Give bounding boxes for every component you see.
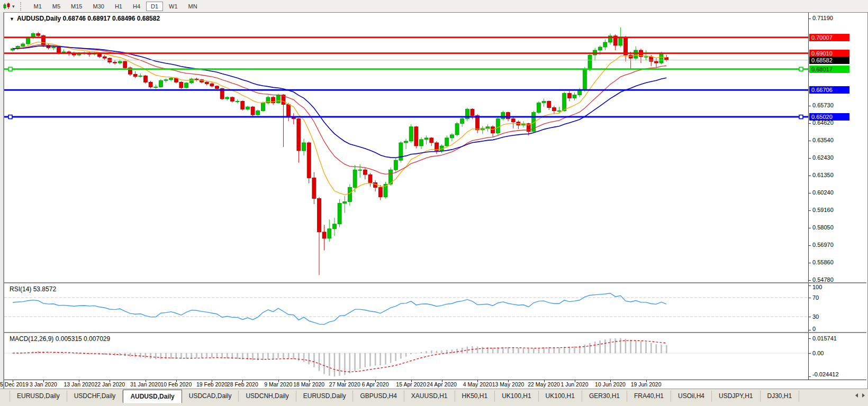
candlestick-chart-icon[interactable]	[2, 2, 12, 11]
axis-tick	[809, 176, 811, 176]
time-axis[interactable]: 25 Dec 2019 3 Jan 2020 13 Jan 2020 22 Ja…	[4, 380, 866, 389]
price-badge-0.66706: 0.66706	[809, 86, 849, 94]
macd-plot[interactable]	[4, 333, 808, 380]
tab-scroll-right-icon[interactable]	[862, 393, 865, 398]
symbol-tabs: EURUSD,DailyUSDCHF,DailyAUDUSD,DailyUSDC…	[10, 389, 799, 403]
axis-tick	[809, 210, 811, 211]
tab-scroll-buttons	[855, 393, 865, 398]
symbol-tabbar: EURUSD,DailyUSDCHF,DailyAUDUSD,DailyUSDC…	[0, 389, 868, 406]
timeframe-button-D1[interactable]: D1	[146, 2, 163, 11]
price-badge-0.68582: 0.68582	[809, 57, 849, 64]
timeframe-button-H4[interactable]: H4	[128, 2, 145, 11]
tab-scroll-left-icon[interactable]	[855, 393, 858, 398]
rsi-tick-label: 100	[812, 284, 822, 290]
line-handle[interactable]	[8, 67, 12, 71]
price-tick-label: 0.65730	[812, 102, 834, 108]
chart-tab-UK100,H1[interactable]: UK100,H1	[495, 391, 538, 402]
chart-tab-EURUSD,Daily[interactable]: EURUSD,Daily	[296, 391, 354, 402]
price-badge-0.68017: 0.68017	[809, 66, 849, 73]
chart-title-text: AUDUSD,Daily 0.68746 0.68917 0.68496 0.6…	[17, 15, 160, 22]
chart-tab-XAUUSD,H1[interactable]: XAUUSD,H1	[404, 391, 455, 402]
chart-tab-GBPUSD,H4[interactable]: GBPUSD,H4	[353, 391, 404, 402]
price-tick-label: 0.59160	[812, 207, 834, 213]
timeframe-button-MN[interactable]: MN	[184, 2, 202, 11]
timeframe-toolbar: ▾ M1M5M15M30H1H4D1W1MN	[0, 0, 868, 13]
price-tick-label: 0.71190	[812, 15, 833, 21]
chart-tab-UK100,H1[interactable]: UK100,H1	[539, 391, 582, 402]
macd-label: MACD(12,26,9) 0.005315 0.007029	[10, 335, 110, 343]
line-handle[interactable]	[799, 67, 803, 71]
chart-tab-USDCAD,Daily[interactable]: USDCAD,Daily	[182, 391, 239, 402]
axis-tick	[809, 245, 811, 246]
axis-tick	[809, 123, 811, 124]
price-tick-label: 0.58050	[812, 224, 834, 230]
mt4-window: ▾ M1M5M15M30H1H4D1W1MN ▼AUDUSD,Daily 0.6…	[0, 0, 868, 406]
timeframe-button-W1[interactable]: W1	[164, 2, 183, 11]
axis-tick	[809, 298, 811, 298]
chart-tab-USOil,H4[interactable]: USOil,H4	[671, 391, 712, 402]
price-badge-0.70007: 0.70007	[809, 34, 849, 41]
timeframe-button-M15[interactable]: M15	[66, 2, 87, 11]
axis-tick	[809, 158, 811, 159]
chart-tab-DJ30,H1[interactable]: DJ30,H1	[761, 391, 800, 402]
ma-slow-line[interactable]	[13, 46, 666, 158]
axis-tick	[809, 353, 811, 354]
ma-fast-line[interactable]	[13, 42, 666, 195]
ma-medium-line[interactable]	[13, 45, 666, 174]
rsi-tick-label: 30	[812, 313, 819, 320]
timeframe-button-H1[interactable]: H1	[110, 2, 127, 11]
timeframe-button-M1[interactable]: M1	[29, 2, 47, 11]
chart-title: ▼AUDUSD,Daily 0.68746 0.68917 0.68496 0.…	[10, 15, 160, 22]
price-chart-plot[interactable]	[4, 13, 808, 282]
price-tick-label: 0.63540	[812, 137, 834, 143]
chart-type-dropdown-caret-icon[interactable]: ▾	[12, 4, 15, 9]
macd-value: 0.005315 0.007029	[56, 335, 110, 343]
rsi-pane: RSI(14) 53.8572 100 70 30 0	[4, 282, 866, 333]
price-tick-label: 0.62430	[812, 154, 834, 161]
price-tick-label: 0.61350	[812, 172, 834, 178]
symbol-dropdown-icon[interactable]: ▼	[10, 16, 14, 22]
chart-tab-USDJPY,H1[interactable]: USDJPY,H1	[712, 391, 760, 402]
main-chart-pane: ▼AUDUSD,Daily 0.68746 0.68917 0.68496 0.…	[4, 13, 866, 282]
axis-tick	[809, 330, 811, 330]
price-tick-label: 0.60240	[812, 189, 834, 196]
rsi-axis[interactable]: 100 70 30 0	[808, 283, 867, 332]
chart-tab-FRA40,H1[interactable]: FRA40,H1	[627, 391, 671, 402]
axis-tick	[809, 228, 811, 228]
axis-tick	[809, 317, 811, 317]
price-badge-0.65020: 0.65020	[809, 113, 849, 121]
rsi-tick-label: 0	[812, 326, 816, 332]
chart-window: ▼AUDUSD,Daily 0.68746 0.68917 0.68496 0.…	[4, 12, 868, 390]
chart-tab-USDCHF,Daily[interactable]: USDCHF,Daily	[67, 391, 123, 402]
axis-tick	[809, 19, 811, 19]
axis-tick	[809, 338, 811, 339]
price-tick-label: 0.56970	[812, 242, 834, 248]
timeframe-button-M30[interactable]: M30	[88, 2, 109, 11]
chart-tab-AUDUSD,Daily[interactable]: AUDUSD,Daily	[123, 390, 182, 403]
rsi-tick-label: 70	[812, 294, 819, 301]
rsi-plot[interactable]	[4, 283, 808, 332]
toolbar-grip[interactable]	[20, 2, 23, 11]
macd-tick-label: 0.015741	[812, 335, 837, 342]
line-handle[interactable]	[8, 115, 12, 119]
line-handle[interactable]	[799, 115, 803, 119]
price-tick-label: 0.55860	[812, 259, 834, 265]
chart-tab-USDCNH,Daily[interactable]: USDCNH,Daily	[239, 391, 296, 402]
macd-axis[interactable]: 0.015741 0.00 -0.024412	[808, 333, 867, 380]
timeframe-button-M5[interactable]: M5	[48, 2, 65, 11]
macd-pane: MACD(12,26,9) 0.005315 0.007029 0.015741…	[4, 332, 866, 381]
axis-tick	[809, 280, 811, 281]
chart-tab-HK50,H1[interactable]: HK50,H1	[455, 391, 495, 402]
chart-tab-GER30,H1[interactable]: GER30,H1	[582, 391, 627, 402]
horizontal-line-0.65020[interactable]	[4, 115, 808, 119]
rsi-label: RSI(14) 53.8572	[10, 285, 56, 293]
axis-tick	[809, 141, 811, 141]
rsi-value: 53.8572	[33, 285, 56, 293]
price-axis[interactable]: 0.711900.679200.657300.646200.635400.624…	[808, 13, 867, 282]
chart-tab-EURUSD,Daily[interactable]: EURUSD,Daily	[10, 391, 67, 402]
price-badge-0.69010: 0.69010	[809, 50, 849, 57]
axis-tick	[809, 376, 811, 377]
left-splitter[interactable]	[0, 12, 4, 406]
macd-tick-label: -0.024412	[812, 371, 839, 377]
date-label: 19 Jun 2020	[624, 381, 668, 387]
